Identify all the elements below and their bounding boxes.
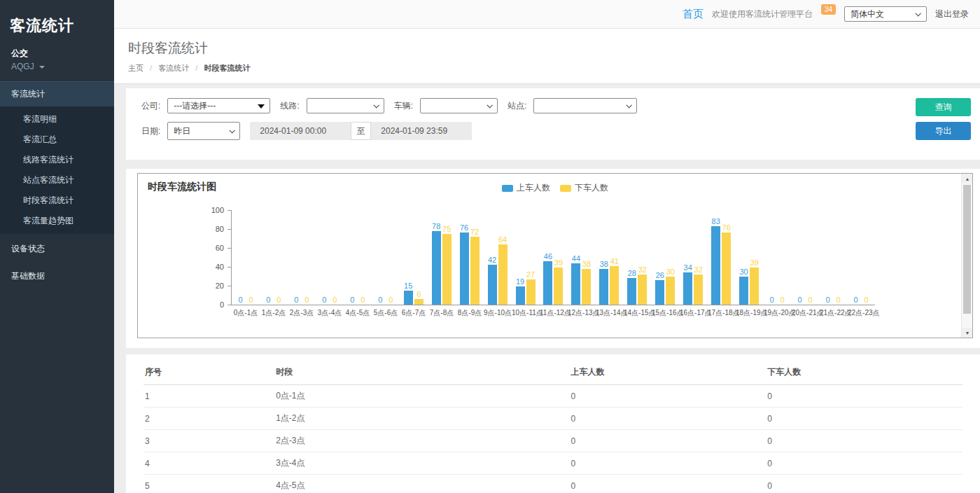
- col-header-index: 序号: [144, 360, 274, 385]
- bar[interactable]: [516, 286, 525, 305]
- sidebar-subitem[interactable]: 客流明细: [0, 109, 114, 130]
- scroll-down-icon[interactable]: ▼: [962, 328, 973, 338]
- scrollbar-thumb[interactable]: [963, 185, 971, 314]
- table-row[interactable]: 32点-3点00: [144, 430, 962, 452]
- bar[interactable]: [414, 299, 424, 305]
- bar[interactable]: [739, 277, 748, 305]
- bar-column: 0: [302, 210, 312, 305]
- chevron-down-icon: [373, 102, 379, 108]
- query-button[interactable]: 查询: [916, 98, 971, 116]
- date-preset-value: 昨日: [174, 125, 190, 137]
- bar-column: 38: [582, 210, 591, 305]
- bar-value-label: 0: [808, 296, 812, 304]
- language-select[interactable]: 简体中文: [844, 6, 927, 22]
- bar[interactable]: [526, 279, 536, 305]
- table-row[interactable]: 43点-4点00: [144, 452, 962, 475]
- chart-yaxis: 020406080100: [138, 210, 231, 305]
- bar-column: 27: [526, 210, 536, 305]
- sidebar-subitem[interactable]: 线路客流统计: [0, 150, 114, 170]
- bar-column: 76: [722, 210, 731, 305]
- bar-value-label: 0: [825, 296, 830, 304]
- sidebar-item-base-data[interactable]: 基础数据: [0, 264, 114, 289]
- notification-badge[interactable]: 34: [821, 4, 836, 15]
- bar-value-label: 0: [388, 296, 393, 304]
- station-select[interactable]: [533, 98, 637, 113]
- bar-column: 6: [414, 210, 424, 305]
- col-header-boarding: 上车人数: [569, 360, 766, 385]
- legend-item[interactable]: 下车人数: [560, 182, 608, 194]
- bar[interactable]: [627, 278, 636, 305]
- sidebar-item-passenger-stats[interactable]: 客流统计: [0, 81, 114, 106]
- bar[interactable]: [432, 231, 441, 305]
- bar[interactable]: [694, 275, 703, 305]
- logout-link[interactable]: 退出登录: [935, 8, 969, 20]
- x-tick-label: 6点-7点: [400, 308, 428, 318]
- bar-value-label: 64: [498, 235, 507, 244]
- breadcrumb-section[interactable]: 客流统计: [158, 64, 189, 72]
- bar[interactable]: [442, 234, 451, 305]
- bar[interactable]: [571, 263, 580, 305]
- bar[interactable]: [470, 237, 479, 305]
- bar-value-label: 0: [360, 296, 365, 304]
- bar[interactable]: [582, 269, 591, 305]
- table-cell: 0点-1点: [274, 385, 569, 408]
- table-row[interactable]: 10点-1点00: [144, 385, 962, 408]
- bar[interactable]: [722, 232, 731, 305]
- table-row[interactable]: 21点-2点00: [144, 408, 962, 430]
- chart-panel: 时段车流统计图 上车人数下车人数 020406080100 0000000000…: [126, 169, 980, 348]
- bar[interactable]: [460, 232, 469, 305]
- date-to-input[interactable]: 2024-01-09 23:59: [371, 122, 472, 140]
- bar[interactable]: [498, 244, 507, 305]
- bar-column: 0: [348, 210, 357, 305]
- home-link[interactable]: 首页: [682, 8, 704, 21]
- sidebar-subitem[interactable]: 客流量趋势图: [0, 211, 114, 231]
- bar[interactable]: [711, 226, 720, 305]
- bar[interactable]: [683, 272, 692, 305]
- breadcrumb-separator: /: [150, 64, 152, 72]
- bar-column: 0: [246, 210, 255, 305]
- topbar: 首页 欢迎使用客流统计管理平台 34 简体中文 退出登录: [114, 0, 980, 29]
- date-from-input[interactable]: 2024-01-09 00:00: [250, 122, 351, 140]
- sidebar-subitem[interactable]: 时段客流统计: [0, 190, 114, 211]
- sidebar-item-device-status[interactable]: 设备状态: [0, 237, 114, 261]
- bar[interactable]: [638, 275, 647, 305]
- export-button[interactable]: 导出: [916, 122, 971, 140]
- x-tick-label: 12点-13点: [568, 308, 596, 318]
- bar[interactable]: [655, 280, 664, 305]
- bar-group: 00: [819, 210, 847, 305]
- bar-value-label: 0: [248, 296, 253, 304]
- table-cell: 0: [766, 452, 962, 475]
- sidebar-subitem[interactable]: 客流汇总: [0, 130, 114, 150]
- x-tick-label: 1点-2点: [260, 308, 288, 318]
- bar[interactable]: [554, 268, 563, 305]
- chevron-down-icon: [486, 102, 492, 108]
- account-dropdown[interactable]: AQGJ: [0, 60, 114, 81]
- bar[interactable]: [610, 266, 619, 305]
- bar-column: 19: [516, 210, 525, 305]
- bar[interactable]: [750, 268, 759, 305]
- bar[interactable]: [543, 261, 552, 305]
- bar[interactable]: [488, 265, 497, 305]
- sidebar-subitem[interactable]: 站点客流统计: [0, 170, 114, 190]
- legend-item[interactable]: 上车人数: [502, 182, 550, 194]
- line-select[interactable]: [307, 98, 384, 113]
- table-cell: 1点-2点: [274, 408, 569, 430]
- bar[interactable]: [666, 277, 675, 305]
- bar-group: 4264: [484, 210, 512, 305]
- bar[interactable]: [404, 291, 413, 305]
- x-tick-label: 9点-10点: [484, 308, 512, 318]
- breadcrumb-home[interactable]: 主页: [128, 64, 144, 72]
- vehicle-select[interactable]: [420, 98, 498, 113]
- bar[interactable]: [599, 269, 608, 305]
- chart-scrollbar[interactable]: ▲ ▼: [961, 174, 972, 338]
- bar-column: 0: [778, 210, 787, 305]
- bar-column: 0: [320, 210, 329, 305]
- breadcrumb-separator: /: [195, 64, 197, 72]
- date-preset-select[interactable]: 昨日: [167, 122, 240, 140]
- bar-value-label: 27: [526, 270, 535, 279]
- company-select[interactable]: ---请选择---: [167, 98, 270, 113]
- table-row[interactable]: 54点-5点00: [144, 475, 962, 493]
- x-tick-label: 4点-5点: [344, 308, 372, 318]
- bar-group: 156: [400, 210, 428, 305]
- scroll-up-icon[interactable]: ▲: [962, 174, 973, 183]
